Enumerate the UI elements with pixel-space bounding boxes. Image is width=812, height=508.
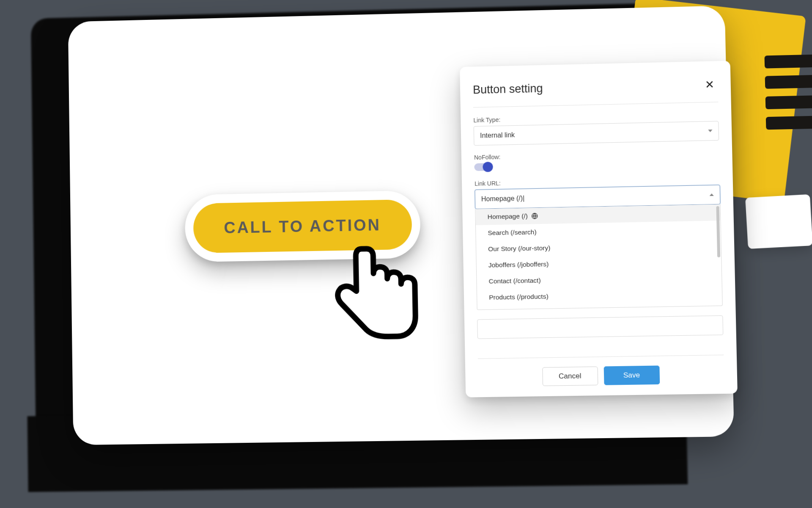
- cancel-label: Cancel: [559, 372, 582, 381]
- cursor-hand-icon: [317, 237, 429, 348]
- background-stripes: [765, 55, 812, 141]
- editor-canvas: CALL TO ACTION Button setting ✕ Link Typ…: [68, 6, 734, 445]
- panel-title: Button setting: [473, 82, 543, 97]
- option-label: Contact (/contact): [488, 276, 540, 285]
- option-label: Homepage (/): [488, 213, 528, 221]
- nofollow-label: NoFollow:: [474, 149, 719, 161]
- cta-label: CALL TO ACTION: [224, 216, 381, 237]
- link-url-dropdown: Homepage (/) Search (/search) Our Story …: [475, 204, 723, 310]
- button-settings-panel: Button setting ✕ Link Type: Internal lin…: [460, 61, 738, 397]
- chevron-down-icon: [708, 130, 712, 132]
- option-label: Our Story (/our-story): [488, 244, 551, 253]
- link-url-value: Homepage (/)|: [481, 195, 525, 203]
- save-label: Save: [623, 371, 640, 380]
- chevron-up-icon: [710, 193, 714, 196]
- panel-body: Link Type: Internal link NoFollow: Link …: [473, 102, 724, 358]
- option-label: Joboffers (/joboffers): [488, 260, 549, 269]
- globe-icon: [531, 213, 538, 219]
- link-type-select[interactable]: Internal link: [474, 121, 719, 146]
- bg-card-fragment: [745, 194, 812, 249]
- close-icon[interactable]: ✕: [701, 77, 718, 92]
- panel-footer: Cancel Save: [478, 355, 724, 387]
- option-label: Arabica Cruiser (/product-arabica): [489, 308, 589, 310]
- link-type-value: Internal link: [480, 131, 515, 140]
- nofollow-toggle[interactable]: [474, 163, 492, 171]
- option-label: Search (/search): [488, 228, 536, 237]
- save-button[interactable]: Save: [604, 365, 660, 385]
- toggle-knob: [483, 162, 493, 172]
- additional-field[interactable]: [477, 315, 723, 339]
- option-label: Products (/products): [489, 293, 549, 301]
- cancel-button[interactable]: Cancel: [542, 367, 598, 386]
